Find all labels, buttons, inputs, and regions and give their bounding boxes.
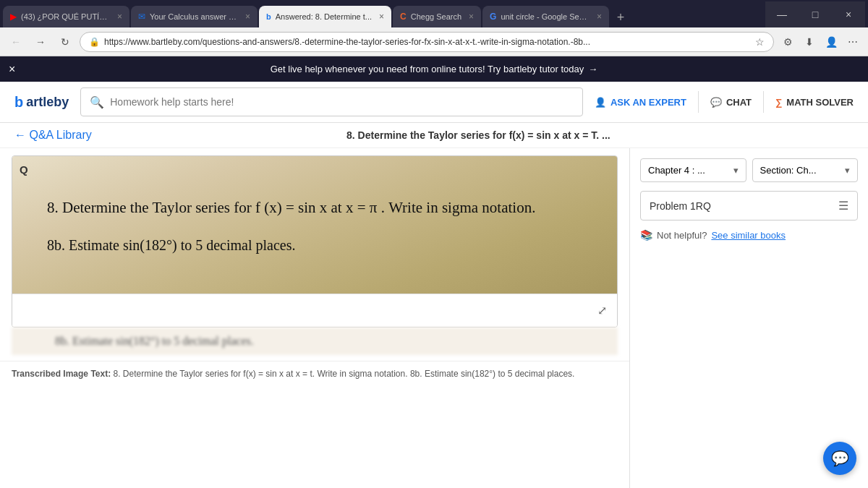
browser-tab-2[interactable]: ✉ Your Calculus answer is re... × [131,6,258,27]
card-footer: ⤢ [12,294,617,327]
transcribed-section: Transcribed Image Text: 8. Determine the… [0,361,629,386]
profile-icon[interactable]: 👤 [822,33,841,51]
extensions-icon[interactable]: ⚙ [778,33,797,51]
search-bar[interactable]: 🔍 [80,87,583,116]
back-arrow-icon: ← [14,129,29,141]
tab3-text: Answered: 8. Determine t... [276,12,372,21]
section-label: Section: Ch... [760,165,817,176]
right-sidebar: Chapter 4 : ... ▾ Section: Ch... ▾ Probl… [629,148,868,488]
book-icon: 📚 [640,229,652,241]
address-bar[interactable]: 🔒 https://www.bartleby.com/questions-and… [80,32,774,52]
back-button[interactable]: ← [6,32,26,52]
section-dropdown[interactable]: Section: Ch... ▾ [752,158,859,182]
not-helpful-text: Not helpful? [657,230,707,241]
close-button[interactable]: × [832,1,865,27]
tab4-close[interactable]: × [469,12,474,22]
logo-icon: b [14,94,23,111]
page-title: 8. Determine the Taylor series for f(x) … [103,129,854,141]
math-solver-label: MATH SOLVER [786,97,854,108]
logo-text: artleby [26,95,69,110]
section-chevron-icon: ▾ [845,165,850,176]
banner-close-button[interactable]: × [9,63,15,76]
tab4-icon: C [400,12,407,22]
url-text: https://www.bartleby.com/questions-and-a… [104,37,751,47]
chapter-label: Chapter 4 : ... [648,165,705,176]
chat-icon: 💬 [710,97,722,108]
chat-label: CHAT [726,97,752,108]
question-card: Q 8. Determine the Taylor series for f (… [12,155,618,328]
chat-float-button[interactable]: 💬 [823,442,856,475]
tab1-close[interactable]: × [117,12,122,22]
browser-tab-3[interactable]: b Answered: 8. Determine t... × [259,6,391,27]
tab4-text: Chegg Search [411,12,461,21]
site-header: b artleby 🔍 👤 ASK AN EXPERT 💬 CHAT [0,82,868,123]
tab1-icon: ▶ [10,12,17,22]
math-solver-button[interactable]: ∑ MATH SOLVER [775,97,854,108]
add-tab-button[interactable]: + [610,7,631,27]
breadcrumb-row: ← Q&A Library 8. Determine the Taylor se… [0,123,868,148]
lock-icon: 🔒 [89,37,100,47]
search-input[interactable] [110,96,574,108]
expert-icon: 👤 [595,97,606,108]
expand-icon[interactable]: ⤢ [597,304,607,317]
chat-float-icon: 💬 [831,450,849,467]
similar-books-link[interactable]: See similar books [711,230,786,241]
tab5-text: unit circle - Google Search [501,12,590,21]
problem-row: Problem 1RQ ☰ [640,191,858,221]
chapter-section-row: Chapter 4 : ... ▾ Section: Ch... ▾ [640,158,858,182]
chapter-dropdown[interactable]: Chapter 4 : ... ▾ [640,158,746,182]
question-main-area: Q 8. Determine the Taylor series for f (… [0,148,629,488]
browser-tab-5[interactable]: G unit circle - Google Search × [482,6,609,27]
chat-button[interactable]: 💬 CHAT [710,97,752,108]
question-line2: 8b. Estimate sin(182°) to 5 decimal plac… [47,234,574,256]
question-label: Q [20,163,28,176]
more-options-icon[interactable]: ⋯ [843,33,862,51]
tab5-icon: G [490,12,496,22]
tab2-close[interactable]: × [245,12,250,22]
transcribed-label: Transcribed Image Text: [12,369,111,379]
problem-list-icon[interactable]: ☰ [838,199,848,213]
download-icon[interactable]: ⬇ [800,33,819,51]
tab3-icon: b [266,12,271,21]
problem-label: Problem 1RQ [650,200,711,212]
minimize-button[interactable]: — [765,1,799,27]
refresh-button[interactable]: ↻ [55,32,75,52]
search-icon: 🔍 [90,95,104,109]
blurred-content: 8b. Estimate sin(182°) to 5 decimal plac… [12,328,618,355]
question-line1: 8. Determine the Taylor series for f (x)… [47,197,574,220]
bookmark-icon[interactable]: ☆ [755,36,765,48]
divider-1 [698,91,699,113]
tab5-close[interactable]: × [597,12,602,22]
tab2-icon: ✉ [138,12,145,22]
ask-expert-button[interactable]: 👤 ASK AN EXPERT [595,97,686,108]
browser-tab-1[interactable]: ▶ (43) ¿POR QUÉ PUTÍN QU... × [3,6,129,27]
chapter-chevron-icon: ▾ [733,165,739,176]
transcribed-text: 8. Determine the Taylor series for f(x) … [114,369,575,379]
forward-button[interactable]: → [30,32,51,52]
not-helpful-row: 📚 Not helpful? See similar books [640,229,858,241]
question-image-area: 8. Determine the Taylor series for f (x)… [12,156,617,294]
header-actions: 👤 ASK AN EXPERT 💬 CHAT ∑ MATH SOLVER [595,91,854,113]
tab1-text: (43) ¿POR QUÉ PUTÍN QU... [21,12,110,21]
banner-text: Get live help whenever you need from onl… [271,64,584,74]
tab2-text: Your Calculus answer is re... [150,12,238,21]
tab3-close[interactable]: × [379,12,384,22]
site-logo[interactable]: b artleby [14,94,69,111]
math-icon: ∑ [775,97,782,108]
promo-banner: × Get live help whenever you need from o… [0,56,868,82]
breadcrumb-link[interactable]: ← Q&A Library [14,129,92,142]
divider-2 [763,91,764,113]
banner-link[interactable]: → [588,64,597,74]
browser-tab-4[interactable]: C Chegg Search × [393,6,481,27]
breadcrumb-text: Q&A Library [29,129,91,141]
maximize-button[interactable]: □ [799,1,832,27]
ask-expert-label: ASK AN EXPERT [610,97,686,108]
